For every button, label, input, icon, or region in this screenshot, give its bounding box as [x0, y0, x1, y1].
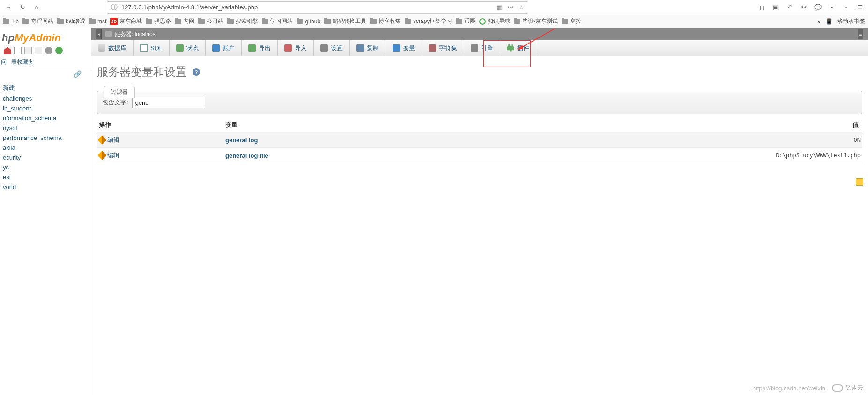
refresh-icon[interactable] [55, 47, 63, 54]
bookmark-item[interactable]: 知识星球 [479, 17, 510, 25]
bookmark-item[interactable]: 内网 [175, 17, 194, 25]
edit-button[interactable]: 编辑 [99, 151, 222, 160]
bookmark-item[interactable]: 空投 [562, 17, 581, 25]
navi-icon[interactable] [35, 47, 42, 54]
tab-db[interactable]: 数据库 [91, 40, 134, 56]
folder-icon [227, 19, 234, 24]
bookmark-item[interactable]: kali渗透 [57, 17, 85, 25]
collapse-left-icon[interactable]: ◄ [96, 29, 102, 39]
tab-sql[interactable]: SQL [134, 40, 170, 56]
qr-icon[interactable]: ▦ [497, 4, 503, 11]
link-icon[interactable]: 🔗 [74, 70, 82, 78]
tab-repl[interactable]: 复制 [350, 40, 386, 56]
bookmark-item[interactable]: 币圈 [456, 17, 475, 25]
chat-icon[interactable]: 💬 [814, 4, 822, 11]
sidebar-icon[interactable]: ▣ [772, 4, 780, 11]
help-icon[interactable]: ? [193, 68, 200, 76]
tab-label: 状态 [186, 44, 199, 52]
collapse-right-icon[interactable]: ▬ [858, 29, 863, 39]
folder-icon [22, 19, 29, 24]
info-icon[interactable]: ⓘ [111, 3, 119, 12]
more-icon[interactable]: ••• [507, 4, 514, 11]
settings-icon[interactable] [45, 47, 52, 54]
folder-icon [297, 19, 303, 24]
ext1-icon[interactable]: ▪ [828, 4, 836, 11]
ext2-icon[interactable]: ▪ [842, 4, 850, 11]
db-tree-item[interactable]: vorld [1, 182, 90, 192]
export-icon [248, 44, 256, 52]
docs-icon[interactable] [24, 47, 32, 54]
bookmark-item[interactable]: msf [89, 18, 106, 25]
variable-name[interactable]: general log [225, 137, 258, 144]
menu-icon[interactable]: ☰ [856, 4, 864, 11]
forward-icon[interactable]: → [4, 3, 13, 12]
variable-name[interactable]: general log file [225, 152, 268, 159]
bookmark-label: 公司站 [207, 17, 223, 25]
folder-icon [3, 19, 9, 24]
tab-import[interactable]: 导入 [278, 40, 314, 56]
db-tree-item[interactable]: akila [1, 143, 90, 153]
bookmark-item[interactable]: JD京东商城 [110, 17, 142, 25]
tab-label: 复制 [367, 44, 379, 52]
db-tree-item[interactable]: challenges [1, 94, 90, 103]
bookmark-item[interactable]: github [297, 18, 320, 25]
tab-label: 数据库 [108, 44, 126, 52]
db-tree-item[interactable]: 新建 [1, 82, 90, 94]
db-tree-item[interactable]: lb_student [1, 103, 90, 113]
bookmark-item[interactable]: scrapy框架学习 [405, 17, 452, 25]
reload-icon[interactable]: ↻ [18, 3, 27, 12]
bookmark-item[interactable]: 奇淫网站 [22, 17, 53, 25]
db-tree-item[interactable]: nformation_schema [1, 113, 90, 123]
db-tree-item[interactable]: est [1, 172, 90, 182]
tab-settings[interactable]: 设置 [314, 40, 350, 56]
db-tree-item[interactable]: ecurity [1, 153, 90, 162]
tab-engine[interactable]: 引擎 [464, 40, 500, 56]
tab-export[interactable]: 导出 [242, 40, 278, 56]
db-tree-item[interactable]: ys [1, 162, 90, 172]
star-icon[interactable]: ☆ [519, 4, 524, 11]
bookmark-label: scrapy框架学习 [413, 17, 452, 25]
favorites-tab[interactable]: 表收藏夹 [11, 58, 34, 66]
bookmark-item[interactable]: 学习网站 [262, 17, 293, 25]
bookmark-label: 毕设-京东测试 [522, 17, 558, 25]
logo[interactable]: hpMyAdmin [0, 28, 91, 45]
folder-icon [562, 19, 568, 24]
note-icon[interactable] [856, 178, 863, 186]
breadcrumb-text[interactable]: 服务器: localhost [115, 30, 157, 38]
tab-status[interactable]: 状态 [170, 40, 206, 56]
tab-label: 变量 [403, 44, 415, 52]
mobile-icon: 📱 [825, 18, 832, 25]
page-title: 服务器变量和设置 ? [97, 65, 862, 80]
overflow-icon[interactable]: » [817, 18, 821, 25]
tab-charset[interactable]: 字符集 [422, 40, 464, 56]
folder-icon [175, 19, 181, 24]
bookmark-item[interactable]: 骚思路 [146, 17, 171, 25]
bookmark-item[interactable]: 博客收集 [370, 17, 401, 25]
url-bar[interactable]: ⓘ 127.0.0.1/phpMyAdmin-4.8.1/server_vari… [107, 1, 528, 14]
clipboard-icon[interactable]: ✂ [800, 4, 808, 11]
home-icon[interactable]: ⌂ [32, 3, 41, 12]
db-tree-item[interactable]: performance_schema [1, 133, 90, 143]
database-tree: 新建challengeslb_studentnformation_scheman… [0, 80, 91, 195]
bookmark-item[interactable]: -lib [3, 18, 19, 25]
mobile-bookmarks[interactable]: 移动版书签 [837, 17, 865, 25]
tab-users[interactable]: 账户 [206, 40, 242, 56]
tab-vars[interactable]: 变量 [386, 40, 422, 56]
home-icon[interactable] [4, 47, 11, 54]
db-tree-item[interactable]: nysql [1, 123, 90, 133]
recent-tab[interactable]: 问 [1, 58, 7, 66]
logout-icon[interactable] [14, 47, 22, 54]
edit-button[interactable]: 编辑 [99, 136, 222, 144]
library-icon[interactable]: ⫼ [757, 4, 766, 11]
users-icon [212, 44, 220, 52]
tab-label: 引擎 [481, 44, 493, 52]
bookmark-item[interactable]: 编码转换工具 [324, 17, 366, 25]
bookmark-item[interactable]: 毕设-京东测试 [514, 17, 558, 25]
variable-value: D:\phpStudy\WWW\test1.php [445, 148, 862, 163]
tab-label: SQL [150, 44, 163, 51]
bookmark-item[interactable]: 搜索引擎 [227, 17, 258, 25]
tab-plugin[interactable]: 插件 [500, 40, 536, 56]
bookmark-item[interactable]: 公司站 [198, 17, 223, 25]
filter-input[interactable] [132, 97, 205, 108]
undo-icon[interactable]: ↶ [786, 4, 794, 11]
